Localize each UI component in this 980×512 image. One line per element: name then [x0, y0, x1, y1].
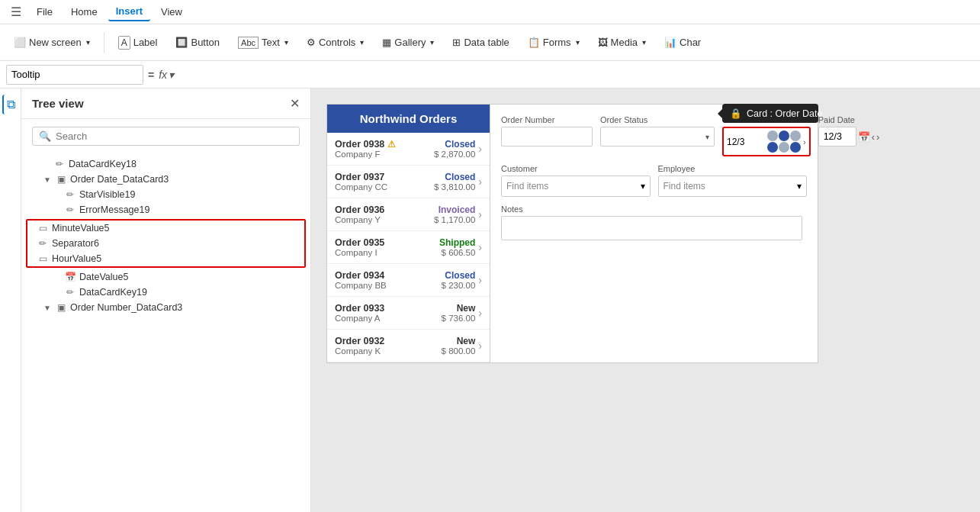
- order-company-0932: Company K: [335, 346, 439, 356]
- order-date-input[interactable]: [727, 137, 765, 147]
- order-info-0936: Order 0936 Company Y: [335, 204, 431, 224]
- label-button[interactable]: A Label: [111, 31, 165, 54]
- tree-item-datevalue5[interactable]: 📅 DateValue5: [21, 269, 310, 285]
- paid-date-calendar-icon[interactable]: 📅: [858, 131, 870, 143]
- main-layout: ⧉ Tree view ✕ 🔍 ✏ DataCardKey18 ▼ ▣ Orde…: [0, 89, 980, 512]
- employee-select[interactable]: Find items ▾: [658, 175, 808, 197]
- paid-date-input[interactable]: [818, 127, 856, 147]
- order-number-0933: Order 0933: [335, 303, 439, 314]
- order-company-0938: Company F: [335, 150, 431, 159]
- order-row-0937[interactable]: Order 0937 Company CC Closed $ 3,810.00 …: [327, 166, 490, 198]
- text-caret-icon: ▾: [284, 38, 288, 47]
- search-icon: 🔍: [39, 130, 51, 142]
- order-status-amount-0934: Closed $ 230.00: [442, 270, 476, 290]
- menu-bar: ☰ File Home Insert View: [0, 0, 980, 24]
- order-info-0934: Order 0934 Company BB: [335, 270, 439, 290]
- text-icon: Abc: [238, 37, 259, 49]
- customer-select[interactable]: Find items ▾: [501, 175, 651, 197]
- order-status-0935: Shipped: [439, 237, 475, 248]
- gallery-caret-icon: ▾: [430, 38, 434, 47]
- chevron-icon-0935: ›: [478, 241, 482, 253]
- chart-button[interactable]: 📊 Char: [657, 32, 708, 53]
- paid-date-nav-left[interactable]: ‹: [872, 131, 875, 143]
- order-company-0935: Company I: [335, 248, 436, 257]
- order-number-0935: Order 0935: [335, 237, 436, 248]
- tree-item-datacardkey19[interactable]: ✏ DataCardKey19: [21, 285, 310, 300]
- customer-placeholder: Find items: [506, 181, 548, 192]
- search-input[interactable]: [56, 130, 293, 142]
- tree-header: Tree view ✕: [21, 89, 310, 119]
- order-row-0936[interactable]: Order 0936 Company Y Invoiced $ 1,170.00…: [327, 198, 490, 231]
- detail-panel: Order Number Order Status ▾ Order Date: [490, 104, 818, 363]
- tree-item-separator6[interactable]: ✏ Separator6: [27, 236, 304, 251]
- order-amount-0938: $ 2,870.00: [434, 150, 475, 159]
- new-screen-icon: ⬜: [14, 37, 26, 48]
- controls-button[interactable]: ⚙ Controls ▾: [299, 32, 371, 53]
- group-icon: ▣: [55, 174, 67, 185]
- order-row-0932[interactable]: Order 0932 Company K New $ 800.00 ›: [327, 330, 490, 362]
- employee-placeholder: Find items: [664, 181, 705, 192]
- order-status-0933: New: [442, 303, 476, 314]
- toolbar: ⬜ New screen ▾ A Label 🔲 Button Abc Text…: [0, 24, 980, 61]
- paid-date-nav-right[interactable]: ›: [876, 131, 879, 143]
- chevron-icon-0934: ›: [478, 274, 482, 286]
- tooltip-lock-icon: 🔒: [730, 108, 742, 119]
- tree-item-ordernumber-datacard3[interactable]: ▼ ▣ Order Number_DataCard3: [21, 300, 310, 315]
- layers-icon[interactable]: ⧉: [2, 95, 18, 114]
- order-company-0937: Company CC: [335, 182, 431, 192]
- collapse-icon: ▼: [43, 175, 52, 184]
- menu-insert[interactable]: Insert: [108, 2, 150, 21]
- chevron-icon-0936: ›: [478, 208, 482, 221]
- tree-item-orderdate-datacard3[interactable]: ▼ ▣ Order Date_DataCard3: [21, 172, 310, 187]
- notes-textarea[interactable]: [501, 216, 802, 240]
- order-company-0936: Company Y: [335, 215, 431, 224]
- forms-button[interactable]: 📋 Forms ▾: [520, 32, 587, 53]
- fx-caret-icon: ▾: [169, 69, 174, 81]
- text-button[interactable]: Abc Text ▾: [230, 32, 296, 53]
- formula-fx[interactable]: fx ▾: [159, 69, 174, 81]
- order-number-label: Order Number: [501, 115, 593, 124]
- menu-file[interactable]: File: [29, 3, 60, 21]
- gallery-button[interactable]: ▦ Gallery ▾: [374, 32, 442, 53]
- media-button[interactable]: 🖼 Media ▾: [590, 32, 654, 53]
- tree-item-datacardkey18[interactable]: ✏ DataCardKey18: [21, 156, 310, 172]
- tree-title: Tree view: [32, 97, 84, 110]
- menu-home[interactable]: Home: [63, 3, 105, 21]
- icon-strip: ⧉: [0, 89, 21, 512]
- order-status-amount-0936: Invoiced $ 1,170.00: [434, 204, 475, 224]
- order-date-nav-right[interactable]: ›: [803, 137, 806, 147]
- menu-view[interactable]: View: [153, 3, 190, 21]
- gallery-icon: ▦: [382, 37, 391, 48]
- group-icon-2: ▣: [55, 302, 67, 313]
- expand-icon-on: ▼: [43, 304, 52, 312]
- edit-icon-error: ✏: [64, 204, 76, 215]
- hamburger-icon[interactable]: ☰: [6, 2, 26, 22]
- order-status-select[interactable]: ▾: [600, 127, 715, 147]
- orders-list: Northwind Orders Order 0938 ⚠ Company F …: [326, 104, 490, 363]
- data-table-button[interactable]: ⊞ Data table: [445, 32, 516, 53]
- order-company-0934: Company BB: [335, 281, 439, 290]
- formula-name-input[interactable]: [6, 65, 143, 85]
- tree-item-errormessage19[interactable]: ✏ ErrorMessage19: [21, 202, 310, 217]
- tree-close-button[interactable]: ✕: [290, 96, 300, 111]
- tree-item-starvisible19[interactable]: ✏ StarVisible19: [21, 187, 310, 202]
- order-row-0934[interactable]: Order 0934 Company BB Closed $ 230.00 ›: [327, 264, 490, 297]
- button-button[interactable]: 🔲 Button: [168, 32, 227, 53]
- order-number-field: Order Number: [501, 115, 593, 147]
- tree-panel: Tree view ✕ 🔍 ✏ DataCardKey18 ▼ ▣ Order …: [21, 89, 311, 512]
- circle-2: [779, 130, 789, 141]
- order-date-picker[interactable]: ›: [722, 127, 811, 156]
- order-number-input[interactable]: [501, 127, 593, 147]
- order-row-0938[interactable]: Order 0938 ⚠ Company F Closed $ 2,870.00…: [327, 133, 490, 166]
- edit-icon-sep: ✏: [37, 238, 49, 249]
- order-row-0933[interactable]: Order 0933 Company A New $ 736.00 ›: [327, 297, 490, 330]
- tree-item-hourvalue5[interactable]: ▭ HourValue5: [27, 251, 304, 266]
- order-status-0934: Closed: [442, 270, 476, 281]
- new-screen-button[interactable]: ⬜ New screen ▾: [6, 32, 98, 53]
- media-caret-icon: ▾: [642, 38, 646, 47]
- detail-row-1: Order Number Order Status ▾ Order Date: [501, 115, 807, 156]
- order-status-amount-0933: New $ 736.00: [442, 303, 476, 323]
- order-row-0935[interactable]: Order 0935 Company I Shipped $ 606.50 ›: [327, 231, 490, 264]
- order-amount-0937: $ 3,810.00: [434, 182, 475, 192]
- tree-item-minutevalue5[interactable]: ▭ MinuteValue5: [27, 221, 304, 236]
